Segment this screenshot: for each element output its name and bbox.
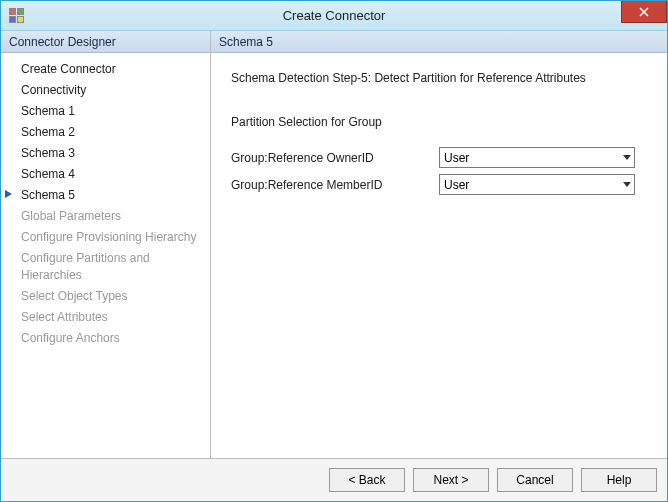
- nav-schema-5[interactable]: Schema 5: [1, 185, 210, 206]
- nav-schema-4[interactable]: Schema 4: [1, 164, 210, 185]
- sidebar: Connector Designer Create Connector Conn…: [1, 31, 211, 458]
- nav-select-object-types: Select Object Types: [1, 286, 210, 307]
- nav-create-connector[interactable]: Create Connector: [1, 59, 210, 80]
- row-owner-id: Group:Reference OwnerID User: [231, 147, 647, 168]
- nav-provisioning-hierarchy: Configure Provisioning Hierarchy: [1, 227, 210, 248]
- close-button[interactable]: [621, 1, 667, 23]
- label-member-id: Group:Reference MemberID: [231, 178, 439, 192]
- nav-select-attributes: Select Attributes: [1, 307, 210, 328]
- section-title: Partition Selection for Group: [231, 115, 647, 129]
- sidebar-nav: Create Connector Connectivity Schema 1 S…: [1, 53, 210, 458]
- select-wrap-member-id: User: [439, 174, 635, 195]
- nav-configure-anchors: Configure Anchors: [1, 328, 210, 349]
- sidebar-header: Connector Designer: [1, 31, 210, 53]
- select-member-id[interactable]: User: [439, 174, 635, 195]
- nav-schema-3[interactable]: Schema 3: [1, 143, 210, 164]
- content-header: Schema 5: [211, 31, 667, 53]
- nav-schema-2[interactable]: Schema 2: [1, 122, 210, 143]
- close-icon: [639, 7, 649, 17]
- wizard-body: Connector Designer Create Connector Conn…: [1, 31, 667, 501]
- content-pane: Schema 5 Schema Detection Step-5: Detect…: [211, 31, 667, 458]
- app-icon: [9, 8, 25, 24]
- nav-schema-1[interactable]: Schema 1: [1, 101, 210, 122]
- help-button[interactable]: Help: [581, 468, 657, 492]
- select-owner-id[interactable]: User: [439, 147, 635, 168]
- content-body: Schema Detection Step-5: Detect Partitio…: [211, 53, 667, 458]
- nav-global-parameters: Global Parameters: [1, 206, 210, 227]
- titlebar: Create Connector: [1, 1, 667, 31]
- select-wrap-owner-id: User: [439, 147, 635, 168]
- cancel-button[interactable]: Cancel: [497, 468, 573, 492]
- footer: < Back Next > Cancel Help: [1, 459, 667, 501]
- back-button[interactable]: < Back: [329, 468, 405, 492]
- nav-partitions-hierarchies: Configure Partitions and Hierarchies: [1, 248, 210, 286]
- next-button[interactable]: Next >: [413, 468, 489, 492]
- nav-connectivity[interactable]: Connectivity: [1, 80, 210, 101]
- window-title: Create Connector: [1, 8, 667, 23]
- create-connector-window: Create Connector Connector Designer Crea…: [0, 0, 668, 502]
- label-owner-id: Group:Reference OwnerID: [231, 151, 439, 165]
- panes: Connector Designer Create Connector Conn…: [1, 31, 667, 459]
- step-title: Schema Detection Step-5: Detect Partitio…: [231, 71, 647, 85]
- row-member-id: Group:Reference MemberID User: [231, 174, 647, 195]
